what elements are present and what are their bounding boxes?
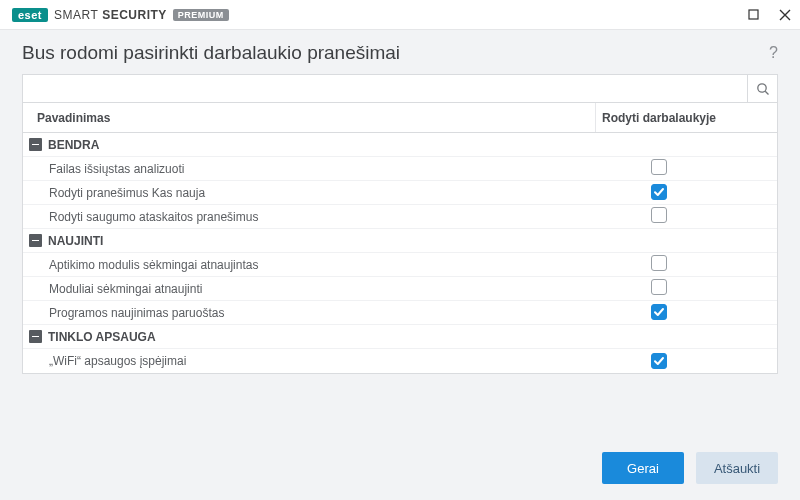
item-row: Moduliai sėkmingai atnaujinti	[23, 277, 777, 301]
page-title: Bus rodomi pasirinkti darbalaukio praneš…	[22, 42, 400, 64]
item-check-cell	[595, 353, 777, 370]
table-body: BENDRAFailas išsiųstas analizuotiRodyti …	[23, 133, 777, 373]
maximize-button[interactable]	[746, 8, 760, 22]
checkbox[interactable]	[651, 255, 667, 271]
header: Bus rodomi pasirinkti darbalaukio praneš…	[0, 30, 800, 74]
checkbox[interactable]	[651, 279, 667, 295]
close-button[interactable]	[778, 8, 792, 22]
item-row: „WiFi“ apsaugos įspėjimai	[23, 349, 777, 373]
item-row: Rodyti pranešimus Kas nauja	[23, 181, 777, 205]
svg-point-1	[757, 83, 765, 91]
group-row[interactable]: NAUJINTI	[23, 229, 777, 253]
svg-line-2	[765, 91, 768, 94]
group-label: TINKLO APSAUGA	[48, 330, 156, 344]
svg-rect-0	[749, 10, 758, 19]
checkbox[interactable]	[651, 159, 667, 175]
item-check-cell	[595, 304, 777, 321]
search-row	[23, 75, 777, 103]
item-label: Moduliai sėkmingai atnaujinti	[23, 282, 595, 296]
group-label: NAUJINTI	[48, 234, 103, 248]
window-controls	[746, 8, 792, 22]
item-label: Programos naujinimas paruoštas	[23, 306, 595, 320]
brand-smart: SMART SECURITY	[54, 8, 167, 22]
ok-button[interactable]: Gerai	[602, 452, 684, 484]
item-check-cell	[595, 279, 777, 298]
item-row: Programos naujinimas paruoštas	[23, 301, 777, 325]
table-header: Pavadinimas Rodyti darbalaukyje	[23, 103, 777, 133]
item-label: Failas išsiųstas analizuoti	[23, 162, 595, 176]
cancel-button[interactable]: Atšaukti	[696, 452, 778, 484]
group-row[interactable]: BENDRA	[23, 133, 777, 157]
brand-eset: eset	[12, 8, 48, 22]
checkbox[interactable]	[651, 304, 667, 320]
brand-premium: PREMIUM	[173, 9, 229, 21]
item-label: Rodyti pranešimus Kas nauja	[23, 186, 595, 200]
group-row[interactable]: TINKLO APSAUGA	[23, 325, 777, 349]
item-row: Failas išsiųstas analizuoti	[23, 157, 777, 181]
footer: Gerai Atšaukti	[602, 452, 778, 484]
item-check-cell	[595, 255, 777, 274]
column-show: Rodyti darbalaukyje	[595, 103, 777, 132]
help-icon[interactable]: ?	[769, 44, 778, 62]
item-check-cell	[595, 184, 777, 201]
brand: eset SMART SECURITY PREMIUM	[12, 8, 229, 22]
checkbox[interactable]	[651, 207, 667, 223]
collapse-icon[interactable]	[29, 138, 42, 151]
item-row: Aptikimo modulis sėkmingai atnaujintas	[23, 253, 777, 277]
collapse-icon[interactable]	[29, 330, 42, 343]
item-label: „WiFi“ apsaugos įspėjimai	[23, 354, 595, 368]
column-name: Pavadinimas	[23, 111, 595, 125]
collapse-icon[interactable]	[29, 234, 42, 247]
item-label: Rodyti saugumo ataskaitos pranešimus	[23, 210, 595, 224]
group-label: BENDRA	[48, 138, 99, 152]
item-check-cell	[595, 207, 777, 226]
checkbox[interactable]	[651, 184, 667, 200]
settings-panel: Pavadinimas Rodyti darbalaukyje BENDRAFa…	[22, 74, 778, 374]
search-icon[interactable]	[747, 75, 777, 102]
item-label: Aptikimo modulis sėkmingai atnaujintas	[23, 258, 595, 272]
item-check-cell	[595, 159, 777, 178]
checkbox[interactable]	[651, 353, 667, 369]
titlebar: eset SMART SECURITY PREMIUM	[0, 0, 800, 30]
item-row: Rodyti saugumo ataskaitos pranešimus	[23, 205, 777, 229]
search-input[interactable]	[23, 75, 747, 102]
